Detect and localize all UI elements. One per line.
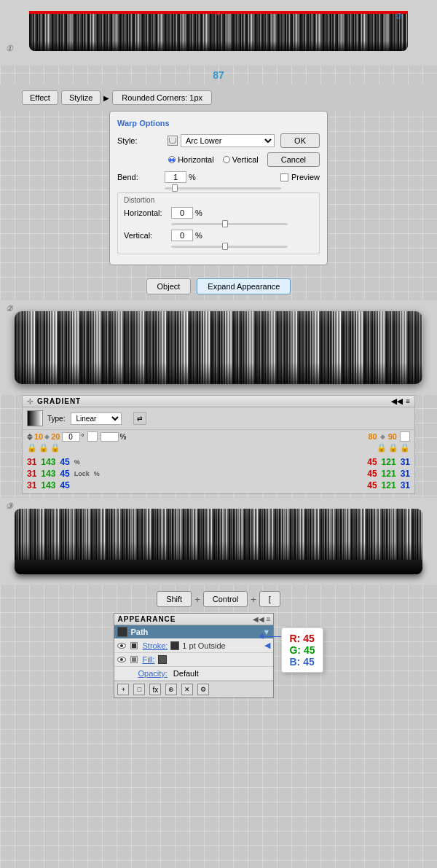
right-aspect-icon[interactable] [400, 431, 410, 442]
fill-inner [132, 657, 136, 662]
add-stroke-button[interactable]: + [117, 684, 129, 695]
action-bar: Object Expand Appearance [0, 273, 437, 300]
flip-icon[interactable]: ⇄ [133, 412, 146, 425]
stepper-up-icon[interactable] [27, 434, 33, 437]
cancel-button[interactable]: Cancel [267, 152, 320, 167]
opacity-row: Opacity: Default [114, 667, 273, 681]
stroke-inner [132, 644, 136, 648]
ap-bottom-bar: + □ fx ⊕ ✕ ⚙ [114, 681, 273, 697]
effect-menu-button[interactable]: Effect [22, 90, 58, 105]
eye-pupil [120, 644, 123, 647]
bend-pct: % [189, 173, 196, 181]
vertical-label: Vertical [232, 155, 259, 164]
color-values-row: 31 143 45 % 31 143 45 Lock % 31 143 [23, 454, 414, 493]
vert-dist-input[interactable] [171, 230, 193, 241]
right-rgb-row-2: 45 121 31 [367, 469, 410, 479]
bend-input[interactable] [165, 171, 186, 183]
degree-symbol: ° [82, 433, 84, 441]
panel-collapse-icon[interactable]: ◀◀ [391, 397, 403, 405]
path-row[interactable]: Path ▼ [114, 625, 273, 638]
angle-row: 10 ◆ 20 ° % 80 ◆ 90 [23, 430, 414, 443]
dialog-title: Warp Options [117, 119, 320, 128]
section4: ③ [0, 498, 437, 585]
rounded-corners-button[interactable]: Rounded Corners: 1px [112, 90, 212, 105]
b-value: 45 [303, 656, 315, 668]
horizontal-radio-dot[interactable] [168, 156, 176, 163]
num-80: 80 [369, 432, 377, 441]
control-key-button[interactable]: Control [203, 591, 248, 607]
aspect-icon[interactable] [87, 431, 98, 442]
horizontal-radio[interactable]: Horizontal [168, 155, 214, 164]
appearance-header: APPEARANCE ◀◀ ≡ [114, 614, 273, 625]
stepper-down-icon[interactable] [27, 437, 33, 440]
horiz-dist-input[interactable] [171, 207, 193, 219]
clear-button[interactable]: □ [133, 684, 145, 695]
copy-button[interactable]: ⊕ [165, 684, 177, 695]
fill-link-label[interactable]: Fill: [142, 655, 154, 664]
bar-shadow [15, 541, 422, 560]
bracket-key-button[interactable]: [ [259, 591, 280, 607]
b-value-row: B: 45 [289, 656, 315, 668]
stop-icon-5: 🔒 [388, 443, 398, 453]
vertical-radio[interactable]: Vertical [223, 155, 259, 164]
bend-slider-row [165, 187, 320, 189]
bend-row: Bend: % Preview [117, 171, 320, 183]
panel-menu-icon[interactable]: ≡ [406, 397, 410, 405]
rgb-tooltip: R: 45 G: 45 B: 45 [281, 627, 323, 673]
diamond-10: ◆ [44, 433, 50, 440]
gradient-type-select[interactable]: Linear [71, 413, 122, 425]
object-button[interactable]: Object [146, 278, 192, 294]
right-rgb-row-1: 45 121 31 [367, 457, 410, 467]
opacity-link-label[interactable]: Opacity: [138, 669, 167, 678]
ok-button[interactable]: OK [280, 133, 320, 148]
right-g2: 121 [382, 469, 396, 479]
bend-slider-thumb[interactable] [172, 184, 178, 192]
gradient-preview-swatch[interactable] [27, 410, 43, 426]
horiz-dist-pct: % [195, 208, 202, 217]
angle-controls: 10 ◆ 20 ° % [27, 431, 126, 442]
stop-icon-6: 🔒 [400, 443, 410, 453]
stroke-color-swatch[interactable] [170, 641, 179, 650]
settings-button[interactable]: ⚙ [197, 684, 209, 695]
fill-color-swatch[interactable] [158, 655, 167, 664]
horiz-dist-label: Horizontal: [124, 208, 171, 217]
preview-checkbox[interactable] [280, 173, 288, 181]
style-label: Style: [117, 136, 165, 145]
vertical-radio-dot[interactable] [223, 156, 230, 163]
ap-collapse-icon[interactable]: ◀◀ [253, 615, 264, 623]
num-90: 90 [388, 432, 397, 441]
ap-menu-icon[interactable]: ≡ [267, 615, 271, 623]
vert-slider-track[interactable] [171, 246, 288, 248]
horiz-slider-row [171, 223, 313, 225]
horiz-slider-track[interactable] [171, 223, 288, 225]
pct-input[interactable] [101, 432, 119, 442]
bend-slider-track[interactable] [165, 187, 281, 189]
fill-visibility-icon[interactable] [117, 657, 126, 662]
left-r2: 31 [27, 469, 36, 479]
stylize-menu-button[interactable]: Stylize [61, 90, 101, 105]
right-rgb-row-3: 45 121 31 [367, 480, 410, 490]
dialog-overlay: Warp Options Style: Arc Lower OK [0, 111, 437, 265]
style-select[interactable]: Arc Lower [181, 134, 275, 147]
vert-slider-thumb[interactable] [222, 243, 228, 250]
left-color-values: 31 143 45 % 31 143 45 Lock % 31 143 [27, 457, 100, 490]
right-b2: 31 [401, 469, 410, 479]
stroke-link-label[interactable]: Stroke: [142, 641, 168, 650]
b-label: B: [289, 656, 300, 668]
bar-highlight [15, 509, 422, 520]
delete-button[interactable]: ✕ [181, 684, 193, 695]
pct-symbol: % [120, 433, 127, 441]
shift-key-button[interactable]: Shift [157, 591, 192, 607]
rgb-tooltip-area: R: 45 G: 45 B: 45 [281, 627, 323, 673]
angle-input[interactable] [62, 432, 80, 442]
left-r3: 31 [27, 480, 36, 490]
fx-button[interactable]: fx [149, 684, 161, 695]
stroke-visibility-icon[interactable] [117, 643, 126, 649]
fill-layer-icon [130, 656, 138, 663]
expand-appearance-button[interactable]: Expand Appearance [197, 278, 291, 294]
horiz-slider-thumb[interactable] [222, 220, 228, 227]
canvas-area-4 [0, 498, 437, 585]
warp-options-dialog: Warp Options Style: Arc Lower OK [109, 111, 328, 265]
horiz-distortion-row: Horizontal: % [124, 207, 313, 219]
right-g3: 121 [382, 480, 396, 490]
